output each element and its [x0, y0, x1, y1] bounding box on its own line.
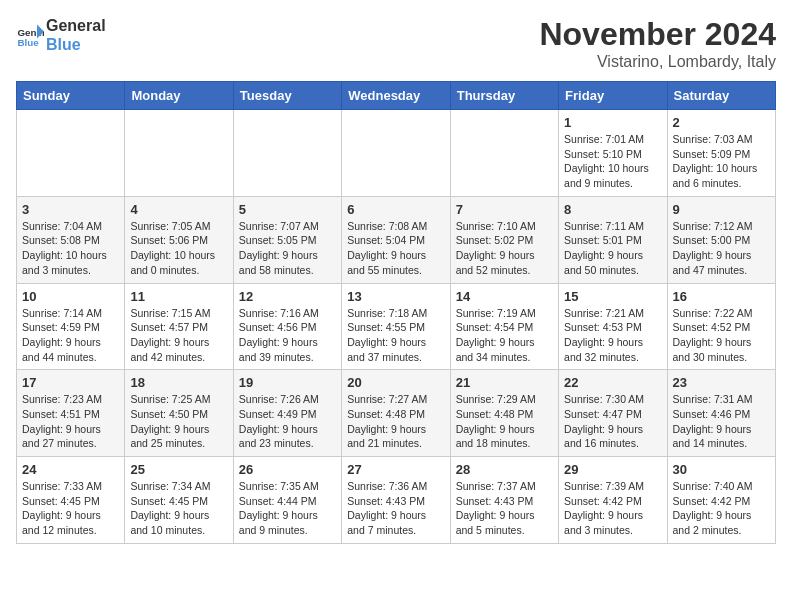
day-number: 30 [673, 462, 770, 477]
day-number: 15 [564, 289, 661, 304]
day-number: 16 [673, 289, 770, 304]
title-block: November 2024 Vistarino, Lombardy, Italy [539, 16, 776, 71]
logo: General Blue General Blue [16, 16, 106, 54]
header-saturday: Saturday [667, 82, 775, 110]
table-cell: 6Sunrise: 7:08 AM Sunset: 5:04 PM Daylig… [342, 196, 450, 283]
table-cell: 10Sunrise: 7:14 AM Sunset: 4:59 PM Dayli… [17, 283, 125, 370]
table-cell: 2Sunrise: 7:03 AM Sunset: 5:09 PM Daylig… [667, 110, 775, 197]
calendar-header-row: Sunday Monday Tuesday Wednesday Thursday… [17, 82, 776, 110]
day-number: 10 [22, 289, 119, 304]
day-number: 8 [564, 202, 661, 217]
day-number: 25 [130, 462, 227, 477]
day-number: 20 [347, 375, 444, 390]
day-info: Sunrise: 7:05 AM Sunset: 5:06 PM Dayligh… [130, 219, 227, 278]
table-cell [17, 110, 125, 197]
day-info: Sunrise: 7:27 AM Sunset: 4:48 PM Dayligh… [347, 392, 444, 451]
table-cell [125, 110, 233, 197]
day-info: Sunrise: 7:33 AM Sunset: 4:45 PM Dayligh… [22, 479, 119, 538]
header-wednesday: Wednesday [342, 82, 450, 110]
day-number: 4 [130, 202, 227, 217]
table-cell: 18Sunrise: 7:25 AM Sunset: 4:50 PM Dayli… [125, 370, 233, 457]
calendar-week-2: 3Sunrise: 7:04 AM Sunset: 5:08 PM Daylig… [17, 196, 776, 283]
day-info: Sunrise: 7:18 AM Sunset: 4:55 PM Dayligh… [347, 306, 444, 365]
table-cell: 16Sunrise: 7:22 AM Sunset: 4:52 PM Dayli… [667, 283, 775, 370]
table-cell: 26Sunrise: 7:35 AM Sunset: 4:44 PM Dayli… [233, 457, 341, 544]
table-cell: 12Sunrise: 7:16 AM Sunset: 4:56 PM Dayli… [233, 283, 341, 370]
day-number: 14 [456, 289, 553, 304]
table-cell: 7Sunrise: 7:10 AM Sunset: 5:02 PM Daylig… [450, 196, 558, 283]
header-sunday: Sunday [17, 82, 125, 110]
header-tuesday: Tuesday [233, 82, 341, 110]
header-monday: Monday [125, 82, 233, 110]
calendar-week-3: 10Sunrise: 7:14 AM Sunset: 4:59 PM Dayli… [17, 283, 776, 370]
table-cell [450, 110, 558, 197]
day-number: 29 [564, 462, 661, 477]
day-info: Sunrise: 7:14 AM Sunset: 4:59 PM Dayligh… [22, 306, 119, 365]
table-cell: 3Sunrise: 7:04 AM Sunset: 5:08 PM Daylig… [17, 196, 125, 283]
day-info: Sunrise: 7:31 AM Sunset: 4:46 PM Dayligh… [673, 392, 770, 451]
day-info: Sunrise: 7:34 AM Sunset: 4:45 PM Dayligh… [130, 479, 227, 538]
page-title: November 2024 [539, 16, 776, 53]
day-number: 26 [239, 462, 336, 477]
page-container: General Blue General Blue November 2024 … [0, 0, 792, 560]
day-number: 17 [22, 375, 119, 390]
day-number: 9 [673, 202, 770, 217]
day-number: 5 [239, 202, 336, 217]
day-info: Sunrise: 7:07 AM Sunset: 5:05 PM Dayligh… [239, 219, 336, 278]
day-info: Sunrise: 7:12 AM Sunset: 5:00 PM Dayligh… [673, 219, 770, 278]
day-info: Sunrise: 7:30 AM Sunset: 4:47 PM Dayligh… [564, 392, 661, 451]
table-cell: 17Sunrise: 7:23 AM Sunset: 4:51 PM Dayli… [17, 370, 125, 457]
table-cell: 14Sunrise: 7:19 AM Sunset: 4:54 PM Dayli… [450, 283, 558, 370]
day-info: Sunrise: 7:16 AM Sunset: 4:56 PM Dayligh… [239, 306, 336, 365]
table-cell: 23Sunrise: 7:31 AM Sunset: 4:46 PM Dayli… [667, 370, 775, 457]
table-cell: 22Sunrise: 7:30 AM Sunset: 4:47 PM Dayli… [559, 370, 667, 457]
day-info: Sunrise: 7:22 AM Sunset: 4:52 PM Dayligh… [673, 306, 770, 365]
day-number: 6 [347, 202, 444, 217]
day-number: 11 [130, 289, 227, 304]
table-cell: 25Sunrise: 7:34 AM Sunset: 4:45 PM Dayli… [125, 457, 233, 544]
table-cell: 21Sunrise: 7:29 AM Sunset: 4:48 PM Dayli… [450, 370, 558, 457]
day-info: Sunrise: 7:40 AM Sunset: 4:42 PM Dayligh… [673, 479, 770, 538]
table-cell: 5Sunrise: 7:07 AM Sunset: 5:05 PM Daylig… [233, 196, 341, 283]
day-number: 21 [456, 375, 553, 390]
day-number: 19 [239, 375, 336, 390]
calendar-week-4: 17Sunrise: 7:23 AM Sunset: 4:51 PM Dayli… [17, 370, 776, 457]
day-info: Sunrise: 7:10 AM Sunset: 5:02 PM Dayligh… [456, 219, 553, 278]
header-friday: Friday [559, 82, 667, 110]
day-info: Sunrise: 7:26 AM Sunset: 4:49 PM Dayligh… [239, 392, 336, 451]
table-cell: 27Sunrise: 7:36 AM Sunset: 4:43 PM Dayli… [342, 457, 450, 544]
day-number: 27 [347, 462, 444, 477]
day-info: Sunrise: 7:29 AM Sunset: 4:48 PM Dayligh… [456, 392, 553, 451]
day-info: Sunrise: 7:23 AM Sunset: 4:51 PM Dayligh… [22, 392, 119, 451]
table-cell: 19Sunrise: 7:26 AM Sunset: 4:49 PM Dayli… [233, 370, 341, 457]
table-cell [342, 110, 450, 197]
day-info: Sunrise: 7:19 AM Sunset: 4:54 PM Dayligh… [456, 306, 553, 365]
table-cell: 20Sunrise: 7:27 AM Sunset: 4:48 PM Dayli… [342, 370, 450, 457]
day-number: 3 [22, 202, 119, 217]
day-info: Sunrise: 7:39 AM Sunset: 4:42 PM Dayligh… [564, 479, 661, 538]
table-cell: 29Sunrise: 7:39 AM Sunset: 4:42 PM Dayli… [559, 457, 667, 544]
table-cell: 11Sunrise: 7:15 AM Sunset: 4:57 PM Dayli… [125, 283, 233, 370]
table-cell: 24Sunrise: 7:33 AM Sunset: 4:45 PM Dayli… [17, 457, 125, 544]
day-number: 24 [22, 462, 119, 477]
day-number: 7 [456, 202, 553, 217]
svg-text:Blue: Blue [17, 37, 39, 48]
table-cell: 28Sunrise: 7:37 AM Sunset: 4:43 PM Dayli… [450, 457, 558, 544]
logo-general-text: General [46, 16, 106, 35]
header-thursday: Thursday [450, 82, 558, 110]
table-cell [233, 110, 341, 197]
day-number: 23 [673, 375, 770, 390]
day-number: 28 [456, 462, 553, 477]
day-info: Sunrise: 7:01 AM Sunset: 5:10 PM Dayligh… [564, 132, 661, 191]
calendar-table: Sunday Monday Tuesday Wednesday Thursday… [16, 81, 776, 544]
day-info: Sunrise: 7:08 AM Sunset: 5:04 PM Dayligh… [347, 219, 444, 278]
logo-blue-text: Blue [46, 35, 106, 54]
day-number: 13 [347, 289, 444, 304]
table-cell: 4Sunrise: 7:05 AM Sunset: 5:06 PM Daylig… [125, 196, 233, 283]
day-number: 18 [130, 375, 227, 390]
day-number: 12 [239, 289, 336, 304]
calendar-week-5: 24Sunrise: 7:33 AM Sunset: 4:45 PM Dayli… [17, 457, 776, 544]
table-cell: 15Sunrise: 7:21 AM Sunset: 4:53 PM Dayli… [559, 283, 667, 370]
table-cell: 9Sunrise: 7:12 AM Sunset: 5:00 PM Daylig… [667, 196, 775, 283]
day-info: Sunrise: 7:04 AM Sunset: 5:08 PM Dayligh… [22, 219, 119, 278]
